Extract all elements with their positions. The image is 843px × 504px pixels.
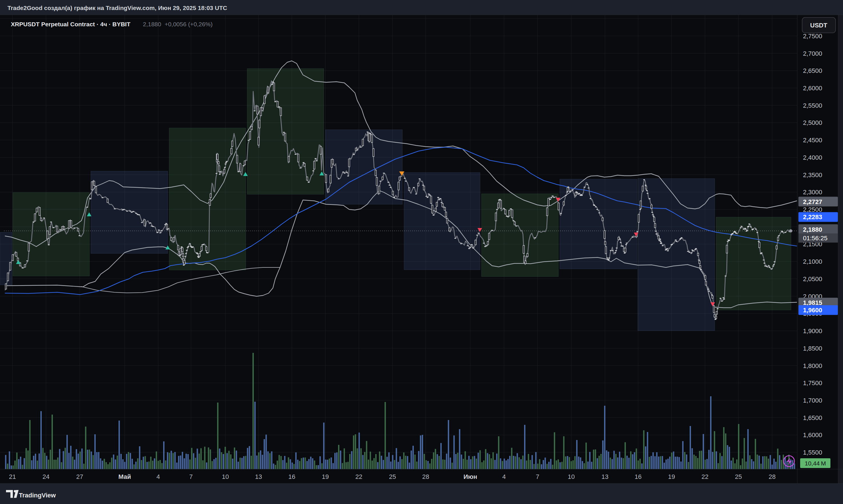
svg-text:1,6000: 1,6000 — [803, 431, 822, 438]
svg-text:25: 25 — [389, 473, 396, 480]
svg-text:4: 4 — [156, 473, 160, 480]
svg-text:10: 10 — [568, 473, 575, 480]
svg-text:10,44 M: 10,44 M — [805, 460, 826, 467]
svg-text:7: 7 — [189, 473, 193, 480]
svg-text:13: 13 — [255, 473, 262, 480]
svg-text:2,7500: 2,7500 — [803, 33, 822, 40]
svg-text:2,6500: 2,6500 — [803, 67, 822, 74]
svg-text:2,2500: 2,2500 — [803, 206, 822, 213]
svg-text:Июн: Июн — [464, 473, 477, 480]
svg-text:XRPUSDT Perpetual Contract · 4: XRPUSDT Perpetual Contract · 4ч · BYBIT — [11, 21, 130, 28]
svg-text:22: 22 — [356, 473, 362, 480]
svg-text:2,5500: 2,5500 — [803, 102, 822, 109]
svg-text:2,1880: 2,1880 — [803, 226, 822, 233]
svg-text:2,5000: 2,5000 — [803, 119, 822, 126]
svg-text:1,5500: 1,5500 — [803, 449, 822, 456]
svg-text:16: 16 — [288, 473, 295, 480]
svg-text:1,9600: 1,9600 — [803, 307, 822, 314]
svg-text:2,4500: 2,4500 — [803, 137, 822, 144]
svg-text:1,8000: 1,8000 — [803, 362, 822, 370]
svg-text:2,1880 +0,0056 (+0,26%): 2,1880 +0,0056 (+0,26%) — [143, 21, 213, 28]
svg-text:2,6000: 2,6000 — [803, 85, 822, 92]
svg-text:1,9000: 1,9000 — [803, 327, 822, 335]
svg-text:16: 16 — [635, 473, 642, 480]
svg-text:28: 28 — [422, 473, 429, 480]
svg-text:2,4000: 2,4000 — [803, 154, 822, 161]
svg-text:19: 19 — [668, 473, 675, 480]
svg-text:1,6500: 1,6500 — [803, 414, 822, 421]
svg-text:25: 25 — [735, 473, 742, 480]
svg-text:2,1000: 2,1000 — [803, 258, 822, 265]
svg-text:4: 4 — [502, 473, 506, 480]
svg-text:10: 10 — [222, 473, 229, 480]
svg-text:22: 22 — [702, 473, 709, 480]
svg-text:TradingView: TradingView — [19, 492, 56, 499]
svg-text:2,0500: 2,0500 — [803, 275, 822, 283]
svg-text:1,8500: 1,8500 — [803, 345, 822, 352]
svg-text:19: 19 — [322, 473, 329, 480]
svg-text:2,7000: 2,7000 — [803, 50, 822, 57]
svg-text:21: 21 — [9, 473, 16, 480]
svg-text:1,7000: 1,7000 — [803, 397, 822, 404]
svg-text:2,3500: 2,3500 — [803, 172, 822, 179]
svg-text:7: 7 — [536, 473, 539, 480]
svg-text:Trade2Good создал(а) график на: Trade2Good создал(а) график на TradingVi… — [7, 4, 227, 11]
svg-text:1,7500: 1,7500 — [803, 379, 822, 386]
svg-text:24: 24 — [42, 473, 50, 480]
svg-text:01:56:25: 01:56:25 — [803, 235, 828, 242]
svg-text:2,3000: 2,3000 — [803, 188, 822, 196]
svg-text:2,2283: 2,2283 — [803, 213, 822, 220]
svg-text:27: 27 — [76, 473, 83, 480]
svg-text:USDT: USDT — [810, 22, 827, 29]
svg-text:Май: Май — [118, 473, 131, 480]
svg-text:2,2727: 2,2727 — [803, 198, 822, 205]
svg-text:28: 28 — [769, 473, 775, 480]
svg-text:13: 13 — [602, 473, 608, 480]
